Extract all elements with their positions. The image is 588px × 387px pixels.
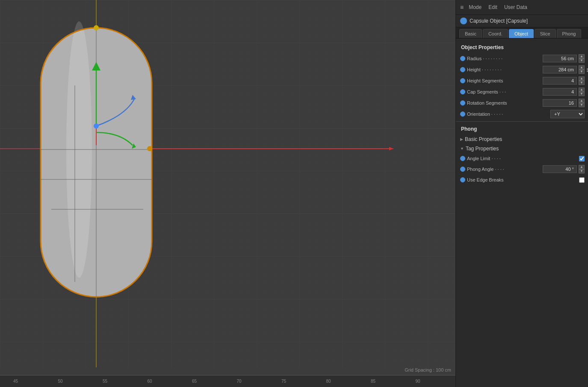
ruler-mark-60: 60 xyxy=(147,379,152,384)
height-up[interactable]: ▲ xyxy=(579,65,585,70)
phong-angle-dot[interactable] xyxy=(460,167,465,172)
orientation-row: Orientation · · · · · +Y +X +Z -Y -X -Z xyxy=(456,108,588,120)
menu-icon[interactable]: ≡ xyxy=(460,4,464,11)
cap-segments-label: Cap Segments · · · xyxy=(467,89,541,94)
properties-panel: Object Properties Radius · · · · · · · ·… xyxy=(456,38,588,387)
tab-object[interactable]: Object xyxy=(509,29,534,38)
rotation-segments-label: Rotation Segments xyxy=(467,100,541,106)
cap-segments-up[interactable]: ▲ xyxy=(579,88,585,92)
radius-spinner: ▲ ▼ xyxy=(579,54,585,63)
radius-label: Radius · · · · · · · · xyxy=(467,56,541,61)
radius-input[interactable] xyxy=(543,55,577,62)
cursor-indicator: ↕ xyxy=(586,66,588,73)
rotation-segments-down[interactable]: ▼ xyxy=(579,103,585,107)
cap-segments-dot[interactable] xyxy=(460,89,465,94)
angle-limit-dot[interactable] xyxy=(460,156,465,161)
panel-header: ≡ Mode Edit User Data xyxy=(456,0,588,15)
height-dot[interactable] xyxy=(460,67,465,72)
tabs-bar: Basic Coord. Object Slice Phong xyxy=(456,27,588,38)
svg-point-20 xyxy=(94,123,99,129)
tag-properties-label: Tag Properties xyxy=(466,146,499,152)
tab-coord[interactable]: Coord. xyxy=(483,29,508,38)
height-segments-spinner: ▲ ▼ xyxy=(579,76,585,85)
basic-properties-row[interactable]: ▶ Basic Properties xyxy=(456,135,588,144)
ruler: 45 50 55 60 65 70 75 80 85 90 xyxy=(0,375,455,387)
phong-angle-spinner: ▲ ▼ xyxy=(579,165,585,173)
object-properties-title: Object Properties xyxy=(456,42,588,53)
use-edge-breaks-row: Use Edge Breaks xyxy=(456,175,588,185)
phong-angle-down[interactable]: ▼ xyxy=(579,169,585,173)
angle-limit-label: Angle Limit · · · · xyxy=(467,156,577,161)
orientation-dot[interactable] xyxy=(460,111,465,117)
tag-properties-row[interactable]: ▼ Tag Properties xyxy=(456,144,588,153)
edit-button[interactable]: Edit xyxy=(487,3,499,11)
viewport[interactable]: Grid Spacing : 100 cm 0 f 45 50 55 60 65… xyxy=(0,0,455,387)
object-name-label: Capsule Object [Capsule] xyxy=(470,18,528,24)
height-segments-input[interactable] xyxy=(543,77,577,85)
phong-angle-row: Phong Angle · · · · ▲ ▼ xyxy=(456,164,588,175)
radius-down[interactable]: ▼ xyxy=(579,59,585,63)
height-row: Height · · · · · · · · ▲ ▼ ↕ xyxy=(456,64,588,75)
tag-properties-arrow: ▼ xyxy=(460,147,464,151)
svg-point-21 xyxy=(147,146,152,151)
radius-dot[interactable] xyxy=(460,56,465,61)
ruler-mark-55: 55 xyxy=(103,379,107,384)
right-panel: ≡ Mode Edit User Data Capsule Object [Ca… xyxy=(455,0,588,387)
ruler-mark-75: 75 xyxy=(281,379,286,384)
use-edge-breaks-dot[interactable] xyxy=(460,177,465,182)
height-label: Height · · · · · · · · xyxy=(467,67,541,72)
object-type-icon xyxy=(460,18,467,24)
basic-properties-label: Basic Properties xyxy=(465,136,502,142)
tab-slice[interactable]: Slice xyxy=(535,29,556,38)
user-data-button[interactable]: User Data xyxy=(502,3,529,11)
height-segments-row: Height Segments ▲ ▼ xyxy=(456,75,588,86)
angle-limit-row: Angle Limit · · · · xyxy=(456,153,588,164)
rotation-segments-input[interactable] xyxy=(543,99,577,107)
cap-segments-down[interactable]: ▼ xyxy=(579,92,585,96)
height-segments-label: Height Segments xyxy=(467,78,541,83)
tab-basic[interactable]: Basic xyxy=(459,29,482,38)
rotation-segments-dot[interactable] xyxy=(460,100,465,106)
rotation-segments-up[interactable]: ▲ xyxy=(579,99,585,103)
height-segments-up[interactable]: ▲ xyxy=(579,76,585,81)
height-spinner: ▲ ▼ xyxy=(579,65,585,74)
mode-button[interactable]: Mode xyxy=(467,3,483,11)
ruler-mark-65: 65 xyxy=(192,379,197,384)
cap-segments-input[interactable] xyxy=(543,88,577,96)
phong-angle-label: Phong Angle · · · · xyxy=(467,167,541,172)
ruler-mark-70: 70 xyxy=(236,379,241,384)
orientation-label: Orientation · · · · · xyxy=(467,111,549,117)
height-down[interactable]: ▼ xyxy=(579,70,585,74)
object-title: Capsule Object [Capsule] xyxy=(456,15,588,27)
viewport-svg xyxy=(0,0,455,387)
cap-segments-row: Cap Segments · · · ▲ ▼ xyxy=(456,86,588,97)
tab-phong[interactable]: Phong xyxy=(557,29,582,38)
svg-point-22 xyxy=(94,25,99,30)
use-edge-breaks-label: Use Edge Breaks xyxy=(467,177,577,182)
angle-limit-checkbox[interactable] xyxy=(579,156,585,161)
radius-row: Radius · · · · · · · · ▲ ▼ xyxy=(456,53,588,64)
height-segments-dot[interactable] xyxy=(460,78,465,83)
ruler-mark-90: 90 xyxy=(415,379,420,384)
ruler-mark-80: 80 xyxy=(326,379,331,384)
ruler-mark-85: 85 xyxy=(371,379,375,384)
phong-title: Phong xyxy=(456,123,588,135)
height-segments-down[interactable]: ▼ xyxy=(579,81,585,85)
ruler-mark-50: 50 xyxy=(58,379,62,384)
use-edge-breaks-checkbox[interactable] xyxy=(579,177,585,183)
ruler-mark-45: 45 xyxy=(13,379,18,384)
phong-angle-up[interactable]: ▲ xyxy=(579,165,585,169)
basic-properties-arrow: ▶ xyxy=(460,137,463,141)
radius-up[interactable]: ▲ xyxy=(579,54,585,59)
cap-segments-spinner: ▲ ▼ xyxy=(579,88,585,96)
rotation-segments-spinner: ▲ ▼ xyxy=(579,99,585,107)
height-input[interactable] xyxy=(543,66,577,73)
phong-angle-input[interactable] xyxy=(543,165,577,173)
orientation-select[interactable]: +Y +X +Z -Y -X -Z xyxy=(550,110,585,118)
section-divider-1 xyxy=(456,121,588,122)
rotation-segments-row: Rotation Segments ▲ ▼ xyxy=(456,97,588,108)
grid-spacing-label: Grid Spacing : 100 cm xyxy=(405,367,451,372)
